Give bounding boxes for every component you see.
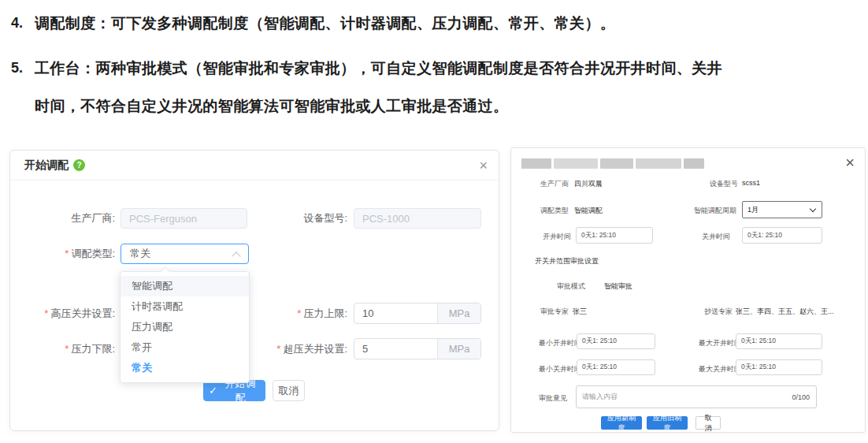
min-close-time-label: 最小关井时间: [539, 364, 581, 374]
cancel-button[interactable]: 取消: [273, 380, 305, 401]
type-select[interactable]: 常关: [121, 244, 249, 264]
close-icon[interactable]: ×: [845, 154, 855, 172]
type-value: 智能调配: [574, 206, 603, 216]
pressure-upper-input-group: MPa: [354, 303, 481, 324]
max-open-time-label: 最大开井时间: [699, 338, 741, 348]
help-icon[interactable]: ?: [73, 159, 85, 171]
doc-item5-text-line2: 时间，不符合自定义井况的智能算法可智能审批或人工审批是否通过。: [35, 96, 508, 117]
type-label: *调配类型:: [18, 244, 115, 264]
required-mark: *: [65, 248, 69, 259]
min-open-time-label: 最小开井时间: [539, 338, 581, 348]
dropdown-option-always-open[interactable]: 常开: [121, 337, 249, 358]
pressure-upper-input[interactable]: [354, 303, 437, 323]
dropdown-option-pressure[interactable]: 压力调配: [121, 317, 249, 337]
min-close-time-input[interactable]: [577, 359, 655, 375]
section-open-close-approval-settings: 开关井范围审批设置: [535, 256, 599, 266]
type-label: 调配类型: [540, 206, 569, 216]
overpressure-close-input[interactable]: [354, 339, 437, 359]
overpressure-close-input-group: MPa: [354, 338, 481, 359]
cc-expert-value: 张三、李四、王五、赵六、王...: [736, 307, 834, 317]
cancel-button[interactable]: 取 消: [696, 416, 721, 430]
pressure-upper-unit: MPa: [437, 303, 480, 323]
manufacturer-value: 四川双晨: [574, 179, 603, 189]
close-time-label: 关井时间: [702, 232, 730, 242]
approve-mode-label: 审批模式: [557, 281, 585, 292]
cycle-select[interactable]: 1月: [742, 201, 822, 218]
comment-counter: 0/100: [792, 393, 816, 401]
high-pressure-close-label: *高压关井设置:: [18, 303, 115, 324]
chevron-down-icon: [810, 206, 816, 212]
max-open-time-input[interactable]: [736, 333, 822, 349]
max-close-time-label: 最大关井时间: [699, 364, 741, 374]
doc-item4-text: 调配制度：可下发多种调配制度（智能调配、计时器调配、压力调配、常开、常关）。: [35, 13, 615, 34]
model-value: scss1: [742, 179, 760, 187]
approve-mode-value: 智能审批: [604, 281, 632, 292]
dropdown-option-timer[interactable]: 计时器调配: [121, 296, 249, 317]
model-field: [354, 208, 481, 229]
start-allocation-dialog: 开始调配 ? × 生产厂商: 设备型号: *调配类型: 常关 *高压关井设置: …: [9, 150, 499, 431]
doc-item5-text-line1: 工作台：两种审批模式（智能审批和专家审批），可自定义智能调配制度是否符合井况开井…: [35, 58, 722, 79]
start-allocation-button[interactable]: ✓ 开始调配: [203, 380, 265, 401]
apply-new-policy-button[interactable]: 应用新制度: [601, 416, 642, 430]
cc-expert-label: 抄送专家: [704, 307, 733, 317]
redacted-title: [521, 158, 704, 169]
check-icon: ✓: [209, 385, 217, 396]
open-time-label: 开井时间: [543, 232, 571, 242]
comment-placeholder: 请输入内容: [577, 392, 792, 402]
doc-item4-number: 4.: [11, 15, 23, 32]
close-icon[interactable]: ×: [479, 158, 488, 173]
manufacturer-label: 生产厂商:: [18, 208, 115, 229]
approval-dialog: × 生产厂商 四川双晨 设备型号 scss1 调配类型 智能调配 智能调配周期 …: [510, 147, 866, 433]
model-label: 设备型号: [710, 179, 738, 189]
min-open-time-input[interactable]: [577, 333, 655, 349]
apply-old-policy-button[interactable]: 应用旧制度: [647, 416, 688, 430]
dropdown-option-always-closed[interactable]: 常关: [121, 358, 249, 378]
approve-comment-textarea[interactable]: 请输入内容 0/100: [576, 385, 817, 408]
chevron-up-icon: [232, 251, 240, 260]
pressure-lower-label: *压力下限:: [18, 338, 115, 359]
approve-expert-label: 审批专家: [540, 307, 569, 317]
overpressure-close-unit: MPa: [437, 339, 480, 359]
open-time-input[interactable]: [576, 227, 653, 244]
dropdown-option-smart[interactable]: 智能调配: [121, 276, 249, 296]
close-time-input[interactable]: [742, 227, 822, 244]
approve-expert-value: 张三: [573, 307, 587, 317]
max-close-time-input[interactable]: [736, 359, 822, 375]
dialog-title: 开始调配: [24, 158, 69, 173]
approve-comment-label: 审批意见: [539, 393, 567, 404]
dialog-header: 开始调配 ?: [10, 151, 499, 181]
manufacturer-label: 生产厂商: [540, 179, 569, 189]
cycle-select-value: 1月: [747, 205, 759, 215]
doc-item5-number: 5.: [11, 60, 23, 76]
cycle-label: 智能调配周期: [694, 206, 736, 216]
type-dropdown-panel: 智能调配 计时器调配 压力调配 常开 常关: [120, 271, 250, 383]
type-select-value: 常关: [130, 247, 150, 261]
model-label: 设备型号:: [199, 208, 347, 229]
